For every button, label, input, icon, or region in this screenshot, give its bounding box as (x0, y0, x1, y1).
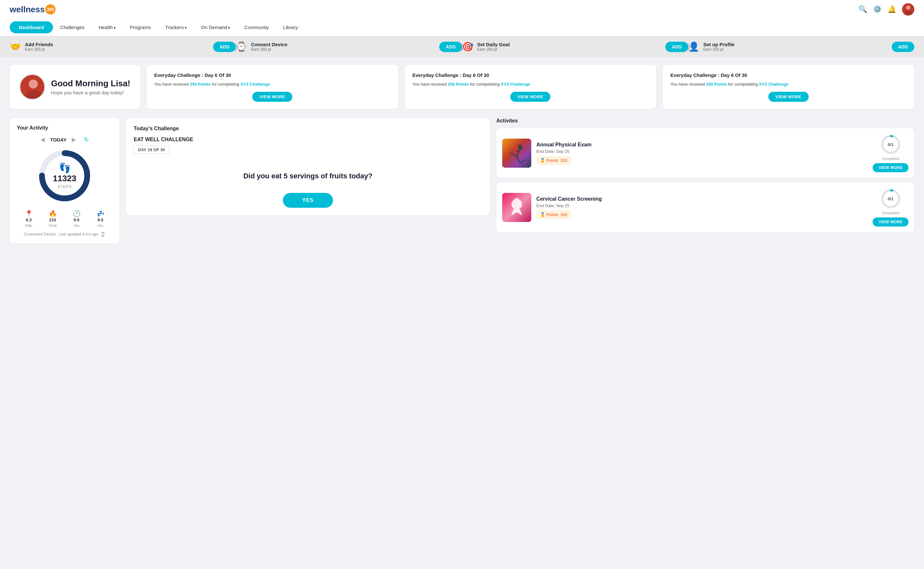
sleep-icon: 💤 (97, 210, 105, 217)
challenge-3-view-more-button[interactable]: VIEW MORE (768, 92, 809, 102)
calories-icon: 🔥 (49, 210, 57, 217)
nav-challenges[interactable]: Challenges (53, 19, 91, 36)
cancer-screening-date: End Date: Sep 25 (536, 203, 868, 208)
cancer-screening-view-more-button[interactable]: VIEW MORE (872, 218, 909, 227)
challenge-1-view-more-button[interactable]: VIEW MORE (252, 92, 292, 102)
header: wellness 360 🔍 ⚙️ 🔔 (0, 0, 924, 19)
challenge-2-view-more-button[interactable]: VIEW MORE (510, 92, 550, 102)
stat-calories: 🔥 210 KCal (49, 210, 57, 228)
stat-active-hours-value: 9.5 (73, 218, 81, 222)
cancer-screening-completed-label: Completed (872, 211, 909, 215)
nav-dashboard[interactable]: Dashboard (10, 21, 53, 33)
step-setup-profile-pts: Earn 250 pt (703, 47, 888, 52)
annual-exam-thumbnail (502, 138, 531, 168)
annual-exam-progress-value: 0/1 (888, 142, 894, 147)
svg-point-4 (29, 79, 38, 88)
activity-widget: Your Activity ◀ TODAY ▶ ↻ 👣 11323 STEPS (10, 118, 120, 243)
watch-device-icon: ⌚ (100, 232, 105, 236)
cancer-screening-thumbnail (502, 193, 531, 222)
main-content: Good Morning Lisa! Hope you have a great… (0, 57, 924, 251)
date-label: TODAY (50, 137, 67, 143)
step-add-friends: 🤝 Add Friends Earn 250 pt ADD (10, 41, 236, 52)
annual-exam-progress-circle: 0/1 (880, 134, 901, 155)
challenge-card-1-body: You have received 250 Points for comlple… (155, 81, 390, 88)
annual-exam-progress: 0/1 Completed VIEW MORE (872, 134, 909, 172)
step-add-friends-title: Add Friends (25, 42, 209, 47)
greeting-subtext: Hope you have a great day today! (51, 90, 130, 95)
nav-programs[interactable]: Programs (123, 19, 158, 36)
refresh-icon[interactable]: ↻ (84, 136, 89, 143)
step-add-friends-text: Add Friends Earn 250 pt (25, 42, 209, 52)
stat-active-hours: 🕐 9.5 Hrs (73, 210, 81, 228)
search-icon[interactable]: 🔍 (859, 5, 867, 14)
nav-library[interactable]: Library (276, 19, 305, 36)
step-connect-device: ⌚ Connect Device Earn 250 pt ADD (236, 41, 462, 52)
challenge-name: EAT WELL CHALLENGE (134, 137, 482, 143)
setup-profile-button[interactable]: ADD (892, 42, 914, 52)
cancer-screening-progress-circle: 0/1 (880, 189, 901, 209)
next-date-button[interactable]: ▶ (72, 136, 76, 143)
step-add-friends-pts: Earn 250 pt (25, 47, 209, 52)
stat-sleep: 💤 9.5 Hrs (97, 210, 105, 228)
svg-point-9 (518, 145, 522, 149)
challenge-card-2: Everyday Challenge : Day 6 Of 30 You hav… (405, 65, 656, 109)
stat-sleep-unit: Hrs (97, 224, 103, 227)
prev-date-button[interactable]: ◀ (40, 136, 45, 143)
greeting-text: Good Morning Lisa! (51, 79, 130, 88)
watch-icon: ⌚ (236, 41, 247, 52)
activities-section: Activites (496, 118, 914, 237)
user-avatar[interactable] (902, 3, 914, 15)
annual-exam-points: 🏅 Points: 200 (536, 157, 571, 164)
nav-community[interactable]: Community (237, 19, 276, 36)
stats-row: 📍 6.3 KMs 🔥 210 KCal 🕐 9.5 Hrs 💤 9.5 (17, 210, 112, 228)
set-goal-button[interactable]: ADD (665, 42, 688, 52)
challenge-card-2-title: Everyday Challenge : Day 6 Of 30 (413, 72, 648, 79)
annual-exam-title: Annual Physical Exam (536, 142, 868, 148)
steps-bar: 🤝 Add Friends Earn 250 pt ADD ⌚ Connect … (0, 36, 924, 57)
cancer-screening-title: Cervical Cancer Screening (536, 196, 868, 202)
nav-health[interactable]: Health (91, 19, 123, 36)
challenge-card-1-title: Everyday Challenge : Day 6 Of 30 (155, 72, 390, 79)
notification-icon[interactable]: 🔔 (888, 5, 896, 14)
step-connect-device-title: Connect Device (251, 42, 435, 47)
welcome-text: Good Morning Lisa! Hope you have a great… (51, 79, 130, 95)
nav-trackers[interactable]: Trackers (158, 19, 194, 36)
day-badge: DAY 19 OF 30 (134, 146, 169, 154)
gear-icon[interactable]: ⚙️ (873, 5, 882, 14)
logo[interactable]: wellness 360 (10, 4, 56, 15)
step-set-goal-title: Set Daily Goal (477, 42, 662, 47)
challenge-card-1: Everyday Challenge : Day 6 Of 30 You hav… (147, 65, 398, 109)
cancer-screening-points: 🏅 Points: 200 (536, 211, 571, 219)
annual-exam-info: Annual Physical Exam End Date: Sep 25 🏅 … (536, 142, 868, 164)
challenge-card-2-body: You have received 250 Points for comlpel… (413, 81, 648, 88)
stat-distance-unit: KMs (25, 224, 32, 227)
annual-exam-view-more-button[interactable]: VIEW MORE (872, 163, 909, 172)
top-row: Good Morning Lisa! Hope you have a great… (10, 65, 914, 109)
steps-count: 11323 (53, 173, 76, 184)
stat-sleep-value: 9.5 (97, 218, 105, 222)
challenge-card-3: Everyday Challenge : Day 6 Of 30 You hav… (663, 65, 914, 109)
handshake-icon: 🤝 (10, 41, 21, 52)
step-setup-profile-text: Set up Profile Earn 250 pt (703, 42, 888, 52)
cancer-screening-progress: 0/1 Completed VIEW MORE (872, 189, 909, 227)
cancer-screening-progress-value: 0/1 (888, 196, 894, 201)
stat-calories-value: 210 (49, 218, 57, 222)
main-nav: Dashboard Challenges Health Programs Tra… (0, 19, 924, 36)
logo-360: 360 (45, 4, 56, 15)
challenge-question: Did you eat 5 servings of fruits today? (134, 171, 482, 181)
step-set-goal: 🎯 Set Daily Goal Earn 250 pt ADD (462, 41, 688, 52)
stat-distance: 📍 6.3 KMs (25, 210, 33, 228)
device-info: Connected Device : Last updated 4 hrs ag… (17, 232, 112, 236)
date-nav: ◀ TODAY ▶ ↻ (17, 136, 112, 143)
nav-on-demand[interactable]: On Demand (194, 19, 237, 36)
todays-challenge-title: Today's Challenge (134, 126, 482, 131)
step-setup-profile-title: Set up Profile (703, 42, 888, 47)
yes-button[interactable]: YES (283, 193, 333, 208)
todays-challenge-card: Today's Challenge EAT WELL CHALLENGE DAY… (126, 118, 490, 216)
activity-item-cancer-screening: Cervical Cancer Screening End Date: Sep … (496, 183, 914, 232)
step-connect-device-pts: Earn 250 pt (251, 47, 435, 52)
connect-device-button[interactable]: ADD (439, 42, 462, 52)
add-friends-button[interactable]: ADD (213, 42, 236, 52)
steps-circle-inner: 👣 11323 STEPS (53, 162, 76, 189)
stat-calories-unit: KCal (49, 224, 56, 227)
